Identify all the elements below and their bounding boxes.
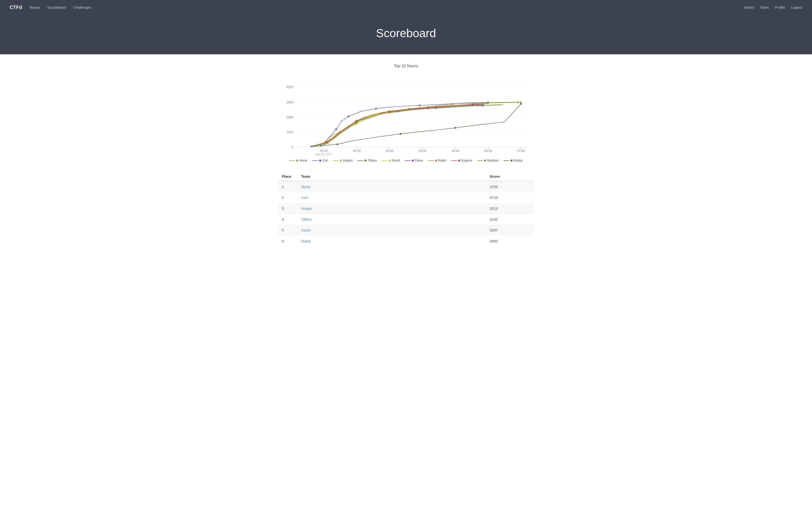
table-row: 6 Diane 3000 — [278, 236, 534, 246]
svg-text:06:00: 06:00 — [484, 149, 492, 153]
cell-place: 2 — [278, 192, 297, 203]
svg-point-74 — [337, 144, 338, 145]
team-link[interactable]: Diane — [301, 239, 311, 243]
nav-profile[interactable]: Profile — [775, 5, 785, 9]
col-header-score: Score — [486, 172, 534, 181]
legend-megan: Megan — [333, 159, 353, 162]
legend-label-eugene: Eugene — [461, 159, 472, 162]
cell-score: 3710 — [486, 192, 534, 203]
cell-team: Carl — [297, 192, 486, 203]
svg-point-70 — [389, 110, 391, 112]
svg-point-68 — [326, 141, 328, 143]
svg-text:05:00: 05:00 — [451, 149, 459, 153]
cell-team: Megan — [297, 203, 486, 214]
svg-text:02:00: 02:00 — [353, 149, 360, 153]
svg-point-31 — [520, 101, 522, 103]
table-row: 2 Carl 3710 — [278, 192, 534, 203]
legend-label-stephen: Stephen — [487, 159, 499, 162]
legend-label-david: David — [392, 159, 400, 162]
navbar-right: Admin Team Profile Logout — [744, 5, 802, 9]
cell-place: 3 — [278, 203, 297, 214]
chart-legend: Marie Carl Megan Tiffany David — [278, 159, 534, 162]
svg-point-73 — [517, 102, 519, 103]
cell-team: David — [297, 225, 486, 236]
team-link[interactable]: Marie — [301, 185, 310, 189]
nav-challenges[interactable]: Challenges — [73, 5, 91, 9]
nav-teams[interactable]: Teams — [29, 5, 40, 9]
svg-point-33 — [336, 128, 337, 130]
legend-diane: Diane — [405, 159, 423, 162]
chart-container: Top 10 Teams 0 1000 2000 3000 4000 — [278, 64, 534, 162]
nav-admin[interactable]: Admin — [744, 5, 754, 9]
brand-link[interactable]: CTFd — [10, 5, 22, 10]
legend-tiffany: Tiffany — [357, 159, 377, 162]
nav-logout[interactable]: Logout — [791, 5, 802, 9]
cell-team: Tiffany — [297, 214, 486, 225]
page-title: Scoreboard — [0, 26, 812, 40]
svg-text:0: 0 — [292, 146, 293, 149]
legend-stephen: Stephen — [477, 159, 499, 162]
svg-text:Dec 26, 2017: Dec 26, 2017 — [316, 153, 332, 155]
svg-text:1000: 1000 — [286, 131, 293, 134]
cell-score: 3000 — [486, 236, 534, 246]
cell-place: 4 — [278, 214, 297, 225]
table-row: 1 Marie 3759 — [278, 181, 534, 192]
chart-title: Top 10 Teams — [278, 64, 534, 68]
svg-text:01:00: 01:00 — [320, 149, 327, 153]
cell-score: 3759 — [486, 181, 534, 192]
svg-point-69 — [356, 120, 358, 121]
cell-score: 3150 — [486, 214, 534, 225]
legend-eugene: Eugene — [451, 159, 472, 162]
cell-score: 3313 — [486, 203, 534, 214]
svg-point-36 — [419, 105, 420, 106]
legend-david: David — [382, 159, 400, 162]
legend-carl: Carl — [312, 159, 328, 162]
svg-text:3000: 3000 — [286, 101, 293, 104]
legend-label-ralph: Ralph — [438, 159, 446, 162]
col-header-team: Team — [297, 172, 486, 181]
nav-team[interactable]: Team — [760, 5, 769, 9]
main-content: Top 10 Teams 0 1000 2000 3000 4000 — [273, 54, 539, 256]
legend-marie: Marie — [289, 159, 307, 162]
navbar-left: CTFd Teams Scoreboard Challenges — [10, 5, 91, 10]
svg-point-71 — [427, 106, 429, 108]
table-row: 3 Megan 3313 — [278, 203, 534, 214]
chart-wrapper: 0 1000 2000 3000 4000 — [278, 73, 534, 156]
legend-label-diane: Diane — [415, 159, 423, 162]
cell-score: 3097 — [486, 225, 534, 236]
svg-point-76 — [455, 127, 456, 129]
cell-place: 1 — [278, 181, 297, 192]
team-link[interactable]: Carl — [301, 195, 308, 200]
svg-text:03:00: 03:00 — [386, 149, 393, 153]
table-row: 4 Tiffany 3150 — [278, 214, 534, 225]
svg-text:4000: 4000 — [286, 86, 293, 89]
svg-point-72 — [472, 103, 474, 105]
svg-point-34 — [348, 116, 349, 117]
cell-place: 5 — [278, 225, 297, 236]
legend-label-carl: Carl — [322, 159, 328, 162]
team-link[interactable]: Megan — [301, 207, 312, 211]
nav-scoreboard[interactable]: Scoreboard — [47, 5, 66, 9]
legend-ralph: Ralph — [428, 159, 446, 162]
svg-point-77 — [520, 103, 522, 105]
svg-point-75 — [400, 133, 401, 135]
svg-point-29 — [452, 103, 453, 105]
legend-bobby: Bobby — [504, 159, 523, 162]
svg-text:04:00: 04:00 — [418, 149, 426, 153]
legend-label-bobby: Bobby — [514, 159, 523, 162]
cell-place: 6 — [278, 236, 297, 246]
col-header-place: Place — [278, 172, 297, 181]
hero-section: Scoreboard — [0, 14, 812, 54]
score-chart: 0 1000 2000 3000 4000 — [278, 73, 534, 155]
team-link[interactable]: David — [301, 228, 310, 232]
navbar: CTFd Teams Scoreboard Challenges Admin T… — [0, 0, 812, 14]
svg-text:2000: 2000 — [286, 116, 293, 119]
legend-label-tiffany: Tiffany — [367, 159, 377, 162]
cell-team: Marie — [297, 181, 486, 192]
svg-text:07:00: 07:00 — [517, 149, 525, 153]
legend-label-megan: Megan — [343, 159, 353, 162]
table-row: 5 David 3097 — [278, 225, 534, 236]
team-link[interactable]: Tiffany — [301, 217, 312, 221]
cell-team: Diane — [297, 236, 486, 246]
svg-point-35 — [375, 108, 377, 110]
